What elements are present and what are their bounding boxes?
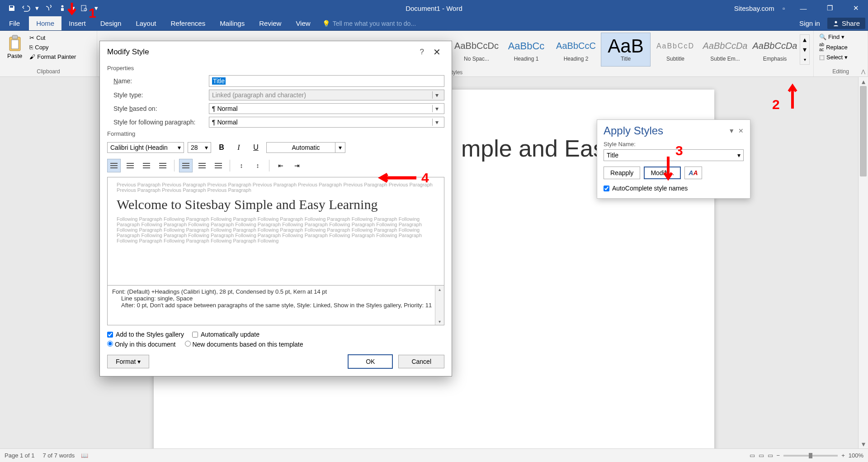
style-subtle-emphasis[interactable]: AaBbCcDa Subtle Em... [700, 33, 750, 67]
one-half-spacing-button[interactable] [195, 159, 209, 172]
only-this-document-radio[interactable]: Only in this document [107, 341, 176, 348]
modify-button[interactable]: Modify... [644, 167, 681, 179]
single-spacing-button[interactable] [179, 159, 193, 172]
tab-layout[interactable]: Layout [128, 16, 163, 30]
style-heading-1[interactable]: AaBbCc Heading 1 [501, 33, 551, 67]
zoom-out-icon[interactable]: − [777, 452, 780, 459]
based-on-select[interactable]: ¶ Normal▾ [209, 103, 444, 114]
expand-gallery-icon[interactable]: ▾ [800, 54, 809, 64]
space-before-increase-button[interactable]: ↕ [235, 159, 248, 172]
style-name-label: Style Name: [604, 141, 744, 148]
font-select[interactable]: Calibri Light (Headin▾ [107, 142, 184, 153]
underline-button[interactable]: U [249, 141, 263, 154]
following-select[interactable]: ¶ Normal▾ [209, 117, 444, 128]
save-icon[interactable] [5, 2, 18, 14]
tab-references[interactable]: References [163, 16, 212, 30]
autocomplete-checkbox[interactable]: AutoComplete style names [604, 185, 744, 192]
quick-access-toolbar: ▾ ▾ ▾ [0, 2, 100, 14]
align-left-button[interactable] [107, 159, 121, 172]
pane-close-icon[interactable]: ✕ [738, 127, 744, 134]
desc-scrollbar[interactable]: ▴▾ [435, 286, 444, 325]
reapply-button[interactable]: Reapply [604, 167, 640, 179]
pane-dropdown-icon[interactable]: ▼ [728, 127, 735, 134]
restore-icon[interactable]: ❐ [819, 0, 840, 16]
close-icon[interactable]: ✕ [429, 47, 444, 57]
tab-view[interactable]: View [288, 16, 317, 30]
replace-button[interactable]: abac Replace [817, 41, 864, 53]
align-center-button[interactable] [123, 159, 137, 172]
paste-button[interactable]: Paste [4, 33, 26, 61]
style-emphasis[interactable]: AaBbCcDa Emphasis [750, 33, 800, 67]
touch-dropdown-icon[interactable]: ▾ [71, 2, 76, 14]
tab-review[interactable]: Review [252, 16, 288, 30]
double-spacing-button[interactable] [212, 159, 225, 172]
style-no-spacing[interactable]: AaBbCcDc No Spac... [452, 33, 501, 67]
align-justify-button[interactable] [156, 159, 170, 172]
auto-update-checkbox[interactable]: Automatically update [192, 331, 259, 338]
scroll-down-icon[interactable]: ▾ [800, 45, 809, 55]
view-read-icon[interactable]: ▭ [750, 452, 755, 459]
status-bar: Page 1 of 1 7 of 7 words 📖 ▭ ▭ ▭ − + 100… [0, 448, 868, 462]
tab-insert[interactable]: Insert [61, 16, 93, 30]
collapse-ribbon-icon[interactable]: ⋀ [861, 69, 865, 75]
tab-mailings[interactable]: Mailings [212, 16, 252, 30]
increase-indent-button[interactable]: ⇥ [290, 159, 304, 172]
size-select[interactable]: 28▾ [188, 142, 211, 153]
styles-pane-icon[interactable]: AA [684, 167, 702, 179]
tell-me-input[interactable]: 💡 Tell me what you want to do... [318, 16, 420, 30]
zoom-level[interactable]: 100% [849, 452, 863, 459]
space-before-decrease-button[interactable]: ↕ [251, 159, 264, 172]
find-button[interactable]: 🔍 Find ▾ [817, 33, 864, 41]
undo-dropdown-icon[interactable]: ▾ [34, 2, 40, 14]
cancel-button[interactable]: Cancel [398, 355, 444, 368]
undo-icon[interactable] [20, 2, 33, 14]
font-color-select[interactable]: Automatic▾ [266, 142, 345, 153]
tab-design[interactable]: Design [93, 16, 129, 30]
decrease-indent-button[interactable]: ⇤ [274, 159, 288, 172]
page-status[interactable]: Page 1 of 1 [5, 452, 35, 459]
view-web-icon[interactable]: ▭ [768, 452, 773, 459]
format-painter-button[interactable]: 🖌 Format Painter [28, 52, 78, 61]
minimize-icon[interactable]: — [793, 0, 814, 16]
styles-more[interactable]: ▴ ▾ ▾ [800, 34, 810, 65]
share-button[interactable]: Share [827, 18, 865, 29]
scroll-down-icon[interactable]: ▾ [859, 439, 868, 448]
style-name-label: Subtitle [666, 56, 684, 62]
cut-button[interactable]: ✂ Cut [28, 33, 78, 42]
align-right-button[interactable] [140, 159, 153, 172]
style-name-select[interactable]: Title▾ [604, 149, 744, 161]
ribbon-display-icon[interactable]: ▫ [780, 5, 788, 12]
redo-icon[interactable] [42, 2, 54, 14]
name-input[interactable]: Title [209, 75, 444, 87]
copy-button[interactable]: ⎘ Copy [28, 43, 78, 52]
new-docs-label: New documents based on this template [192, 341, 303, 348]
spell-check-icon[interactable]: 📖 [81, 452, 88, 459]
zoom-slider[interactable] [783, 455, 838, 457]
close-icon[interactable]: ✕ [845, 0, 866, 16]
qat-customize-icon[interactable]: ▾ [92, 2, 100, 14]
view-print-icon[interactable]: ▭ [759, 452, 764, 459]
bold-button[interactable]: B [215, 141, 228, 154]
style-title[interactable]: AaB Title [601, 33, 651, 67]
scroll-thumb[interactable] [860, 86, 867, 176]
style-heading-2[interactable]: AaBbCcC Heading 2 [551, 33, 601, 67]
tab-home[interactable]: Home [29, 16, 61, 30]
italic-button[interactable]: I [232, 141, 245, 154]
sign-in-link[interactable]: Sign in [799, 19, 820, 27]
autocomplete-label: AutoComplete style names [612, 185, 688, 192]
tab-file[interactable]: File [0, 16, 29, 30]
style-subtitle[interactable]: AaBbCcD Subtitle [651, 33, 700, 67]
ok-button[interactable]: OK [348, 354, 393, 369]
help-icon[interactable]: ? [415, 48, 429, 57]
format-dropdown-button[interactable]: Format ▾ [107, 355, 149, 368]
scroll-up-icon[interactable]: ▴ [859, 77, 868, 86]
preview-icon[interactable] [78, 2, 90, 14]
touch-mode-icon[interactable] [56, 2, 69, 14]
vertical-scrollbar[interactable]: ▴ ▾ [858, 77, 868, 448]
add-to-gallery-checkbox[interactable]: Add to the Styles gallery [107, 331, 184, 338]
scroll-up-icon[interactable]: ▴ [800, 35, 809, 45]
new-documents-radio[interactable]: New documents based on this template [185, 341, 303, 348]
zoom-in-icon[interactable]: + [841, 452, 845, 459]
word-count[interactable]: 7 of 7 words [43, 452, 75, 459]
select-button[interactable]: ⬚ Select ▾ [817, 53, 864, 62]
